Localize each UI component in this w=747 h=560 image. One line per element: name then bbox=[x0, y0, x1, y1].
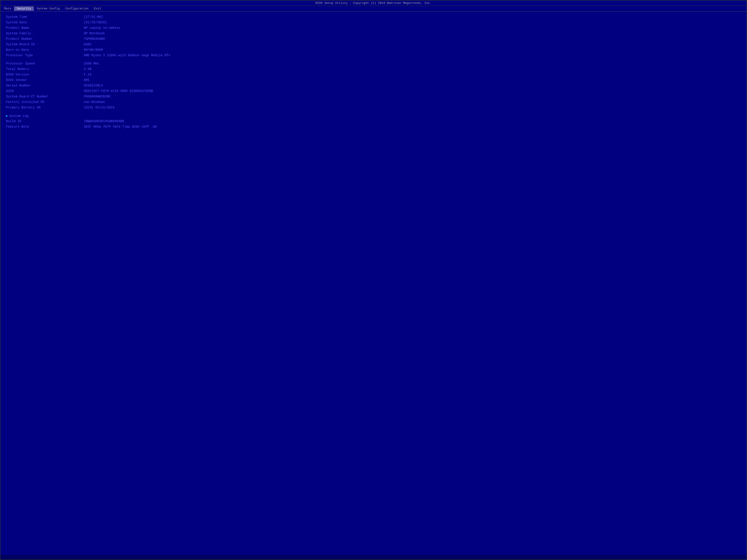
field-label-text: Build ID bbox=[6, 119, 21, 123]
bios-field-value: 8EEC32C7-F079-4133-890C-E26D951F2E0B bbox=[84, 89, 741, 93]
field-label-text: BIOS Version bbox=[6, 73, 29, 76]
menu-item-security[interactable]: Security bbox=[14, 6, 34, 11]
field-label-text: System Date bbox=[6, 21, 27, 24]
bios-field-value: 23231 03/21/2019 bbox=[84, 106, 741, 109]
bios-row: Build ID18WW1HAD301#SAB8#DAB8 bbox=[6, 119, 741, 125]
field-label-text: Serial Number bbox=[6, 84, 31, 87]
bios-row: UUID8EEC32C7-F079-4133-890C-E26D951F2E0B bbox=[6, 89, 741, 94]
bios-field-value[interactable]: [01/29/2020] bbox=[84, 21, 741, 24]
bios-row: Primary Battery SN23231 03/21/2019 bbox=[6, 106, 741, 111]
bios-row: Product NameHP Laptop 14-cm0xxx bbox=[6, 26, 741, 31]
bios-row: System Board ID84A2 bbox=[6, 43, 741, 48]
bios-field-label: Product Name bbox=[6, 26, 84, 30]
field-label-text: System Family bbox=[6, 32, 31, 35]
bios-row: Processor TypeAMD Ryzen 3 2200U with Rad… bbox=[6, 54, 741, 58]
bios-field-label: Born on Date bbox=[6, 48, 84, 52]
field-label-text: Factory installed OS bbox=[6, 100, 44, 104]
field-label-text: Processor Speed bbox=[6, 62, 35, 65]
bios-row: Total Memory4 GB bbox=[6, 67, 741, 72]
bios-field-label: BIOS Vendor bbox=[6, 78, 84, 82]
bios-row: Serial Number5CG9222NL3 bbox=[6, 84, 741, 89]
bios-row: BIOS VendorAMI bbox=[6, 78, 741, 83]
bios-field-value: 00/00/0000 bbox=[84, 48, 741, 52]
bios-field-label: System Time bbox=[6, 15, 84, 19]
field-label-text: Product Name bbox=[6, 26, 29, 30]
bios-row: ▶System Log bbox=[6, 114, 741, 119]
field-label-text: UUID bbox=[6, 89, 14, 93]
bios-row: System FamilyHP Notebook bbox=[6, 32, 741, 36]
bios-field-value: 5CG9222NL3 bbox=[84, 84, 741, 87]
bios-field-label: Product Number bbox=[6, 37, 84, 41]
bios-row: Born on Date00/00/0000 bbox=[6, 48, 741, 53]
field-label-text: System Board ID bbox=[6, 43, 35, 46]
bios-row: BIOS VersionF.24 bbox=[6, 73, 741, 78]
menu-item-configuration[interactable]: Configuration bbox=[62, 6, 91, 11]
bios-field-label: Build ID bbox=[6, 119, 84, 123]
bios-field-label: Serial Number bbox=[6, 84, 84, 87]
bios-field-label: Processor Speed bbox=[6, 62, 84, 65]
field-label-text: BIOS Vendor bbox=[6, 78, 27, 82]
bios-field-label: Feature Byte bbox=[6, 125, 84, 129]
bios-field-value: 7GP60EA#AB8 bbox=[84, 37, 741, 41]
bios-content: System Time[17:51:00]System Date[01/29/2… bbox=[0, 11, 747, 555]
bios-field-value: 18WW1HAD301#SAB8#DAB8 bbox=[84, 119, 741, 123]
bios-row: System Time[17:51:00] bbox=[6, 15, 741, 20]
field-label-text: Primary Battery SN bbox=[6, 106, 41, 109]
bios-row: Factory installed OSnon-Windows bbox=[6, 100, 741, 105]
bios-field-value: AMD Ryzen 3 2200U with Radeon Vega Mobil… bbox=[84, 54, 741, 57]
bios-field-label: Total Memory bbox=[6, 67, 84, 71]
bios-row: System Board CT NumberPHDKR00WBCB3NC bbox=[6, 95, 741, 100]
bios-field-label: System Date bbox=[6, 21, 84, 24]
bios-field-value: 3K3Y 6E6a 7K7P 7W7d 7jaw bCbh cbfP .GA bbox=[84, 125, 741, 129]
bios-field-value: 84A2 bbox=[84, 43, 741, 46]
field-label-text: Born on Date bbox=[6, 48, 29, 52]
field-label-text: Product Number bbox=[6, 37, 33, 41]
bios-field-value: AMI bbox=[84, 78, 741, 82]
bios-field-value: HP Laptop 14-cm0xxx bbox=[84, 26, 741, 30]
bios-title: BIOS Setup Utility - Copyright (C) 2019 … bbox=[0, 0, 747, 6]
bios-row: Processor Speed2500 MHz bbox=[6, 62, 741, 67]
bios-row: Feature Byte3K3Y 6E6a 7K7P 7W7d 7jaw bCb… bbox=[6, 125, 741, 130]
field-label-text: System Log bbox=[9, 114, 28, 118]
field-label-text: System Board CT Number bbox=[6, 95, 48, 98]
bios-field-label: Processor Type bbox=[6, 54, 84, 57]
bios-field-value: F.24 bbox=[84, 73, 741, 76]
bios-field-label: UUID bbox=[6, 89, 84, 93]
arrow-icon: ▶ bbox=[6, 114, 8, 118]
bios-field-value: 2500 MHz bbox=[84, 62, 741, 65]
bios-field-value: PHDKR00WBCB3NC bbox=[84, 95, 741, 98]
bios-menu-bar: MainSecuritySystem ConfigConfigurationEx… bbox=[0, 6, 747, 11]
bios-window: BIOS Setup Utility - Copyright (C) 2019 … bbox=[0, 0, 747, 560]
bios-field-label: System Board CT Number bbox=[6, 95, 84, 98]
menu-item-exit[interactable]: Exit bbox=[91, 6, 104, 11]
bios-row: Product Number7GP60EA#AB8 bbox=[6, 37, 741, 42]
field-label-text: System Time bbox=[6, 15, 27, 19]
bios-field-value: non-Windows bbox=[84, 100, 741, 104]
bios-field-label: System Board ID bbox=[6, 43, 84, 46]
field-label-text: Feature Byte bbox=[6, 125, 29, 129]
bios-field-label: BIOS Version bbox=[6, 73, 84, 76]
bios-field-label: Primary Battery SN bbox=[6, 106, 84, 109]
bios-field-value[interactable]: [17:51:00] bbox=[84, 15, 741, 19]
field-label-text: Total Memory bbox=[6, 67, 29, 71]
bios-field-label: Factory installed OS bbox=[6, 100, 84, 104]
bios-bottom-bar bbox=[0, 555, 747, 560]
bios-field-label: ▶System Log bbox=[6, 114, 84, 118]
menu-item-main[interactable]: Main bbox=[1, 6, 14, 11]
bios-row: System Date[01/29/2020] bbox=[6, 21, 741, 26]
menu-item-system-config[interactable]: System Config bbox=[34, 6, 62, 11]
bios-field-label: System Family bbox=[6, 32, 84, 35]
bios-field-value: 4 GB bbox=[84, 67, 741, 71]
bios-field-value: HP Notebook bbox=[84, 32, 741, 35]
field-label-text: Processor Type bbox=[6, 54, 33, 57]
